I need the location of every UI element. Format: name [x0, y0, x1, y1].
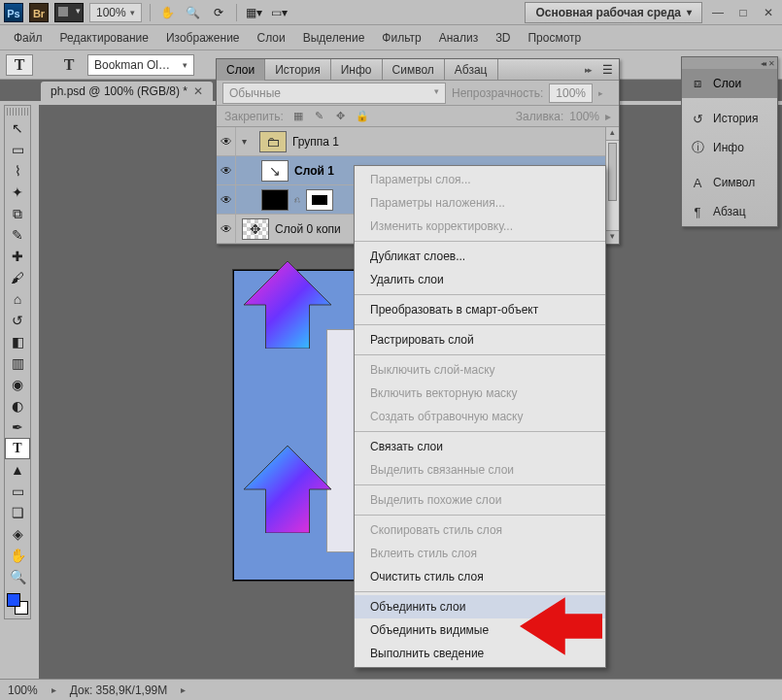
history-brush-icon[interactable]: ↺ — [5, 310, 30, 331]
status-docinfo-flyout-icon[interactable]: ▸ — [181, 684, 186, 695]
color-swatches[interactable] — [7, 593, 28, 615]
context-menu-item[interactable]: Растрировать слой — [355, 328, 605, 351]
menu-filter[interactable]: Фильтр — [374, 27, 428, 49]
fill-flyout-icon[interactable]: ▸ — [605, 110, 611, 123]
screen-mode-icon[interactable]: ▭▾ — [270, 3, 289, 22]
context-menu-item[interactable]: Дубликат слоев... — [355, 245, 605, 268]
panel-tab-paragraph[interactable]: Абзац — [445, 59, 498, 81]
dodge-tool-icon[interactable]: ◐ — [5, 395, 30, 417]
dock-panel-item[interactable]: ⧈Слои — [682, 69, 777, 98]
stamp-tool-icon[interactable]: ⌂ — [5, 288, 30, 310]
menu-analysis[interactable]: Анализ — [431, 27, 487, 49]
zoom-tool-icon[interactable]: 🔍 — [184, 3, 203, 22]
scroll-up-icon[interactable]: ▴ — [606, 127, 619, 141]
layer-thumbnail[interactable]: ↘ — [261, 160, 289, 182]
hand-tool2-icon[interactable]: ✋ — [5, 545, 30, 566]
fill-value[interactable]: 100% — [569, 110, 599, 123]
scroll-thumb[interactable] — [608, 143, 617, 201]
gradient-tool-icon[interactable]: ▥ — [5, 352, 30, 374]
eraser-tool-icon[interactable]: ◧ — [5, 331, 30, 352]
lock-brush-icon[interactable]: ✎ — [313, 110, 326, 123]
panel-tab-layers[interactable]: Слои — [217, 59, 265, 81]
status-flyout-icon[interactable]: ▸ — [51, 684, 56, 695]
visibility-toggle-icon[interactable]: 👁 — [217, 185, 236, 214]
layer-name[interactable]: Группа 1 — [292, 135, 615, 149]
zoom-tool2-icon[interactable]: 🔍 — [5, 566, 30, 587]
lock-all-icon[interactable]: 🔒 — [356, 110, 369, 123]
tool-preset-selector[interactable]: T — [6, 54, 33, 76]
brush-tool-icon[interactable]: 🖌 — [5, 267, 30, 288]
3d-camera-tool-icon[interactable]: ◈ — [5, 523, 30, 545]
window-minimize-button[interactable]: — — [708, 3, 728, 22]
panel-tab-history[interactable]: История — [265, 59, 331, 81]
panel-grip[interactable] — [7, 108, 28, 116]
scroll-down-icon[interactable]: ▾ — [606, 230, 619, 244]
bridge-icon[interactable]: Br — [29, 3, 49, 22]
3d-tool-icon[interactable]: ❏ — [5, 502, 30, 523]
healing-tool-icon[interactable]: ✚ — [5, 246, 30, 267]
panel-menu-icon[interactable]: ☰ — [596, 63, 619, 77]
context-menu-item[interactable]: Преобразовать в смарт-объект — [355, 298, 605, 321]
context-menu-item[interactable]: Связать слои — [355, 435, 605, 458]
wand-tool-icon[interactable]: ✦ — [5, 182, 30, 203]
layer-thumbnail[interactable]: ✥ — [242, 218, 269, 240]
close-tab-icon[interactable]: ✕ — [193, 84, 203, 98]
layer-thumbnail[interactable] — [261, 189, 289, 211]
workspace-switcher[interactable]: Основная рабочая среда — [525, 2, 702, 23]
pen-tool-icon[interactable]: ✒ — [5, 417, 30, 438]
window-maximize-button[interactable]: □ — [733, 3, 753, 22]
text-orientation-icon[interactable]: T — [58, 54, 80, 76]
status-docinfo[interactable]: Док: 358,9К/1,99М — [70, 683, 168, 697]
layer-row-group[interactable]: 👁 ▾ 🗀 Группа 1 — [217, 127, 619, 156]
visibility-toggle-icon[interactable]: 👁 — [217, 127, 236, 155]
rotate-view-icon[interactable]: ⟳ — [209, 3, 228, 22]
type-tool-icon[interactable]: T — [5, 438, 30, 459]
dock-header[interactable]: ◂◂✕ — [682, 57, 777, 69]
dock-panel-item[interactable]: ↺История — [682, 104, 777, 133]
document-tab[interactable]: ph.psd @ 100% (RGB/8) * ✕ — [41, 82, 213, 101]
minibridge-icon[interactable] — [54, 3, 84, 22]
dock-panel-item[interactable]: ⓘИнфо — [682, 133, 777, 162]
shape-tool-icon[interactable]: ▭ — [5, 481, 30, 502]
path-select-tool-icon[interactable]: ▲ — [5, 459, 30, 481]
panel-tab-info[interactable]: Инфо — [331, 59, 383, 81]
font-family-dropdown[interactable]: Bookman Ol… — [87, 54, 194, 76]
menu-layers[interactable]: Слои — [250, 27, 293, 49]
menu-image[interactable]: Изображение — [158, 27, 248, 49]
marquee-tool-icon[interactable]: ▭ — [5, 139, 30, 160]
layer-mask-thumbnail[interactable] — [306, 189, 333, 211]
crop-tool-icon[interactable]: ⧉ — [5, 203, 30, 224]
lasso-tool-icon[interactable]: ⌇ — [5, 160, 30, 182]
hand-tool-icon[interactable]: ✋ — [158, 3, 178, 22]
zoom-level-dropdown[interactable]: 100% — [89, 3, 142, 22]
layers-scrollbar[interactable]: ▴ ▾ — [605, 127, 619, 244]
fg-color-swatch[interactable] — [7, 593, 20, 607]
photoshop-icon[interactable]: Ps — [4, 3, 23, 22]
visibility-toggle-icon[interactable]: 👁 — [217, 156, 236, 184]
blend-mode-dropdown[interactable]: Обычные — [222, 83, 446, 104]
panel-tab-character[interactable]: Символ — [383, 59, 445, 81]
eyedropper-tool-icon[interactable]: ✎ — [5, 224, 30, 246]
window-close-button[interactable]: ✕ — [759, 3, 778, 22]
dock-panel-item[interactable]: ¶Абзац — [682, 197, 777, 226]
menu-3d[interactable]: 3D — [488, 27, 518, 49]
arrange-docs-icon[interactable]: ▦▾ — [245, 3, 264, 22]
context-menu-item[interactable]: Удалить слои — [355, 268, 605, 291]
status-zoom[interactable]: 100% — [8, 683, 38, 697]
blur-tool-icon[interactable]: ◉ — [5, 374, 30, 395]
opacity-flyout-icon[interactable]: ▸ — [598, 88, 603, 98]
context-menu-item[interactable]: Очистить стиль слоя — [355, 565, 605, 588]
menu-view[interactable]: Просмотр — [520, 27, 589, 49]
group-twirl-icon[interactable]: ▾ — [242, 136, 254, 147]
opacity-value[interactable]: 100% — [549, 83, 593, 103]
menu-select[interactable]: Выделение — [295, 27, 373, 49]
dock-panel-item[interactable]: AСимвол — [682, 168, 777, 197]
visibility-toggle-icon[interactable]: 👁 — [217, 215, 236, 243]
panel-collapse-icon[interactable]: ▸▸ — [579, 65, 596, 75]
menu-edit[interactable]: Редактирование — [52, 27, 156, 49]
lock-position-icon[interactable]: ✥ — [334, 110, 348, 123]
lock-pixels-icon[interactable]: ▦ — [291, 110, 305, 123]
move-tool-icon[interactable]: ↖ — [5, 117, 30, 139]
menu-file[interactable]: Файл — [6, 27, 51, 49]
main-menu-bar: Файл Редактирование Изображение Слои Выд… — [0, 25, 782, 50]
